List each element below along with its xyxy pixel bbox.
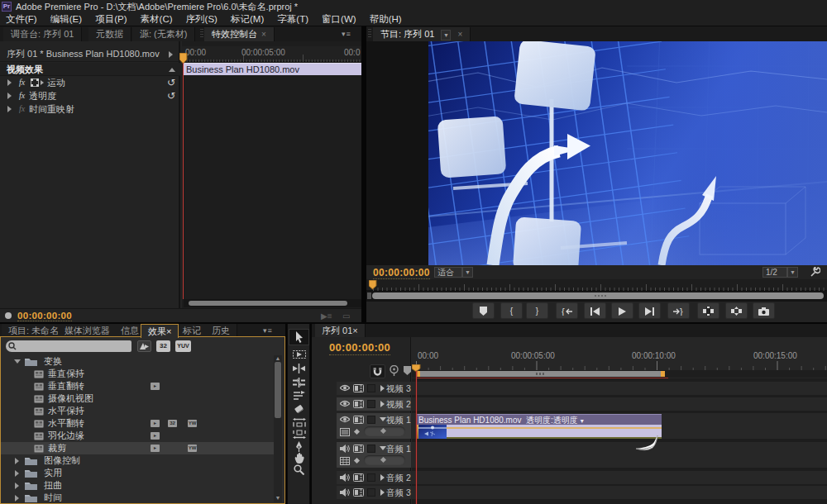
chevron-down-icon[interactable]: ▼: [462, 267, 473, 278]
rate-stretch-tool[interactable]: [289, 390, 308, 404]
ec-playhead-line[interactable]: [183, 63, 184, 299]
lift-button[interactable]: [697, 302, 719, 319]
tab-program[interactable]: 节目: 序列 01 ▼ ×: [373, 27, 471, 41]
accelerated-effects-filter-button[interactable]: [137, 340, 151, 352]
effect-item-4[interactable]: 水平保持: [1, 405, 274, 417]
ec-row-motion[interactable]: fx 运动 ↺: [0, 76, 180, 89]
tab-media-browser[interactable]: 媒体浏览器: [58, 324, 117, 337]
menu-window[interactable]: 窗口(W): [322, 13, 356, 26]
ec-scroll-thumb[interactable]: [189, 301, 347, 306]
close-icon[interactable]: ×: [458, 30, 463, 39]
export-frame-button[interactable]: [753, 302, 775, 319]
program-mini-ruler[interactable]: [366, 279, 827, 291]
effects-folder-10[interactable]: 扭曲: [1, 479, 274, 492]
disclosure-icon[interactable]: [7, 93, 12, 99]
menu-file[interactable]: 文件(F): [6, 13, 37, 26]
ec-loop-icon[interactable]: ▭: [342, 311, 350, 321]
panel-menu-icon[interactable]: ▾≡: [263, 326, 273, 335]
rolling-edit-tool[interactable]: [289, 377, 308, 391]
ec-row-opacity[interactable]: fx 透明度 ↺: [0, 89, 180, 102]
lane-video-0[interactable]: [412, 382, 827, 395]
mark-out-button[interactable]: }: [526, 302, 548, 319]
step-forward-button[interactable]: [638, 302, 661, 319]
effect-name[interactable]: 时间重映射: [29, 102, 74, 116]
clip-body[interactable]: [416, 425, 662, 439]
tab-effects[interactable]: 效果×: [141, 324, 179, 338]
chevron-down-icon[interactable]: ▾: [581, 417, 584, 425]
ripple-edit-tool[interactable]: [289, 363, 308, 377]
effects-folder-8[interactable]: 图像控制: [1, 454, 274, 467]
play-button[interactable]: [611, 302, 633, 319]
menu-marker[interactable]: 标记(M): [231, 13, 264, 26]
ec-playhead-marker[interactable]: [179, 53, 188, 64]
lane-video-1[interactable]: [412, 397, 827, 411]
ec-clip-bar[interactable]: Business Plan HD1080.mov: [183, 63, 361, 75]
effect-item-1[interactable]: 垂直保持: [1, 368, 274, 380]
close-icon[interactable]: ×: [261, 30, 266, 39]
program-scrollbar[interactable]: [366, 291, 827, 302]
disclosure-icon[interactable]: [15, 470, 19, 477]
track-select-tool[interactable]: [289, 349, 308, 363]
effects-folder-9[interactable]: 实用: [1, 467, 274, 479]
zoom-tool[interactable]: [289, 464, 308, 478]
selection-tool[interactable]: [289, 330, 308, 345]
effects-search-input[interactable]: [6, 340, 131, 352]
disclosure-icon[interactable]: [7, 79, 12, 86]
settings-wrench-icon[interactable]: [810, 267, 820, 278]
program-playhead-marker[interactable]: [369, 280, 377, 290]
tab-effect-controls[interactable]: 特效控制台×: [204, 27, 275, 41]
disclosure-icon[interactable]: [15, 495, 19, 502]
clip-title-bar[interactable]: Business Plan HD1080.mov 透明度:透明度 ▾: [416, 414, 662, 425]
effect-item-3[interactable]: 摄像机视图: [1, 392, 274, 405]
effect-item-2[interactable]: 垂直翻转▸: [1, 380, 274, 392]
effect-item-6[interactable]: 羽化边缘▸: [1, 430, 274, 442]
timeline-clip[interactable]: Business Plan HD1080.mov 透明度:透明度 ▾: [416, 414, 662, 439]
timeline-playhead-line[interactable]: [416, 371, 417, 504]
ec-section-video-effects[interactable]: 视频效果: [0, 63, 180, 76]
tab-metadata[interactable]: 元数据: [88, 27, 131, 41]
32bit-filter-button[interactable]: 32: [156, 340, 170, 352]
effects-scroll-thumb[interactable]: [275, 362, 281, 418]
ec-row-time-remapping[interactable]: fx 时间重映射: [0, 102, 180, 116]
effect-item-7[interactable]: 裁剪▸YW: [1, 442, 274, 454]
tab-marker[interactable]: 标记: [176, 324, 208, 337]
panel-menu-icon[interactable]: ▾≡: [342, 30, 351, 38]
collapse-icon[interactable]: [169, 68, 175, 72]
menu-project[interactable]: 项目(P): [95, 13, 127, 26]
ec-horizontal-scrollbar[interactable]: [184, 299, 361, 307]
effect-name[interactable]: 运动: [47, 76, 65, 89]
menu-edit[interactable]: 编辑(E): [50, 13, 82, 26]
disclosure-icon[interactable]: [7, 106, 12, 112]
yuv-filter-button[interactable]: YUV: [175, 340, 191, 352]
fit-dropdown[interactable]: 适合: [434, 267, 462, 278]
ec-play-effect-icon[interactable]: ▶≡: [321, 311, 332, 321]
tab-history[interactable]: 历史: [205, 324, 237, 337]
ec-show-timeline-icon[interactable]: [169, 51, 173, 58]
go-to-out-button[interactable]: }: [667, 302, 690, 319]
scroll-up-icon[interactable]: ▲: [274, 355, 282, 361]
menu-help[interactable]: 帮助(H): [370, 13, 402, 26]
step-back-button[interactable]: [584, 302, 606, 319]
menu-clip[interactable]: 素材(C): [141, 13, 173, 26]
effects-folder-11[interactable]: 时间: [1, 492, 274, 504]
add-marker-button[interactable]: [472, 302, 495, 319]
razor-tool[interactable]: [289, 403, 308, 417]
effect-item-5[interactable]: 水平翻转▸32YW: [1, 417, 274, 430]
disclosure-icon[interactable]: [15, 458, 19, 464]
effects-folder-0[interactable]: 变换: [1, 355, 274, 368]
resolution-dropdown[interactable]: 1/2: [762, 267, 787, 278]
effect-name[interactable]: 透明度: [29, 89, 56, 102]
chevron-down-icon[interactable]: ▼: [787, 267, 798, 278]
tab-project[interactable]: 项目: 未命名: [2, 324, 66, 337]
menu-sequence[interactable]: 序列(S): [186, 13, 218, 26]
tab-source[interactable]: 源: (无素材): [132, 27, 195, 41]
chevron-down-icon[interactable]: ▼: [441, 30, 451, 40]
disclosure-icon[interactable]: [15, 483, 19, 489]
reset-effect-icon[interactable]: ↺: [167, 89, 175, 102]
pin-icon[interactable]: [5, 312, 12, 319]
tab-audio-mixer[interactable]: 调音台: 序列 01: [3, 27, 82, 41]
effects-scrollbar[interactable]: ▲ ▼: [274, 355, 282, 502]
menu-title[interactable]: 字幕(T): [277, 13, 308, 26]
lane-audio-5[interactable]: [412, 486, 827, 499]
disclosure-icon[interactable]: [14, 359, 21, 364]
